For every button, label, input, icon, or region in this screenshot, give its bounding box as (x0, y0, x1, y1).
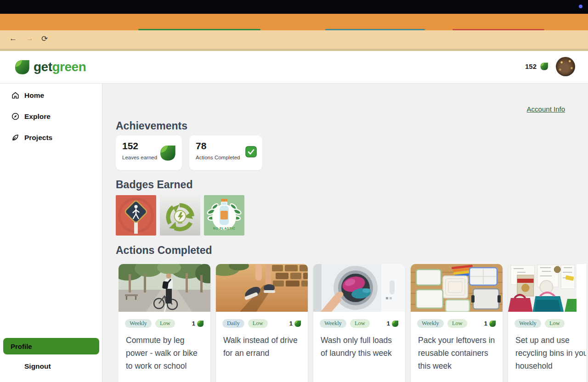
action-card-title: Commute by leg power - walk or bike to w… (126, 334, 203, 372)
profile-page: Account Info Achievements 152 Leaves ear… (103, 84, 588, 382)
card-leaf-count: 1 (484, 320, 496, 327)
card-meta-row: Weekly Low (514, 319, 586, 328)
stat-card-actions: 78 Actions Completed (189, 135, 262, 170)
frequency-pill: Weekly (320, 319, 346, 328)
action-card-walk[interactable]: Daily Low 1 Walk instead of drive for an… (216, 264, 308, 382)
site-header: getgreen 152 (0, 51, 588, 84)
actions-title: Actions Completed (116, 244, 212, 257)
leaf-count: 152 (525, 62, 548, 71)
frequency-pill: Weekly (125, 319, 152, 328)
badges-title: Badges Earned (116, 179, 192, 191)
leaf-count-value: 1 (484, 320, 487, 327)
leaf-icon (159, 144, 176, 162)
sidebar-item-label: Projects (24, 134, 52, 142)
sidebar-item-home[interactable]: Home (11, 91, 44, 100)
impact-pill: Low (248, 319, 268, 328)
leaf-icon (489, 320, 496, 327)
recycling-energy-badge (160, 195, 200, 236)
action-card-title: Set up and use recycling bins in your ho… (515, 334, 586, 372)
macos-menu-bar (0, 0, 588, 14)
sidebar-item-signout[interactable]: Signout (11, 362, 51, 371)
browser-tab-strip: P H Physics Comp Sci Math ESS P IE P R C… (0, 14, 588, 30)
sidebar-item-label: Explore (24, 112, 51, 121)
leaf-icon (294, 320, 301, 327)
action-card-title: Wash only full loads of laundry this wee… (321, 334, 398, 360)
sidebar-item-label: Home (24, 91, 44, 100)
home-icon (11, 91, 20, 100)
check-icon (245, 146, 257, 157)
frequency-pill: Weekly (417, 319, 444, 328)
frequency-pill: Weekly (514, 319, 541, 328)
reload-icon[interactable]: ⟳ (41, 34, 48, 44)
logo-wordmark: getgreen (34, 60, 86, 74)
badge-caption: NO PLASTIC (213, 227, 235, 230)
app-body: Home Explore Projects Profile Signout Ac… (0, 84, 588, 382)
card-meta-row: Weekly Low 1 (320, 319, 399, 328)
sidebar-profile-label: Profile (11, 343, 32, 350)
sidebar-signout-label: Signout (24, 362, 51, 371)
leaf-icon (391, 320, 399, 327)
card-meta-row: Daily Low 1 (222, 319, 301, 328)
frequency-pill: Daily (222, 319, 244, 328)
action-card-title: Walk instead of drive for an errand (223, 334, 300, 360)
leaf-outline-icon (11, 133, 20, 142)
laundry-photo (313, 264, 405, 312)
stat-label: Actions Completed (196, 155, 240, 160)
logo-green: green (52, 60, 86, 74)
user-avatar[interactable] (556, 57, 575, 76)
menubar-status-dot (579, 5, 582, 8)
sidebar-item-projects[interactable]: Projects (11, 133, 52, 142)
stat-card-leaves: 152 Leaves earned (116, 135, 182, 170)
stat-value: 78 (196, 140, 206, 152)
card-leaf-count: 1 (192, 320, 204, 327)
impact-pill: Low (545, 319, 565, 328)
forward-icon[interactable]: → (26, 34, 34, 43)
impact-pill: Low (447, 319, 467, 328)
action-card-title: Pack your leftovers in reusable containe… (418, 334, 495, 372)
containers-photo (411, 264, 503, 312)
action-card-recycling[interactable]: Weekly Low Set up and use recycling bins… (508, 264, 586, 382)
leaf-count-value: 1 (192, 320, 195, 327)
action-card-laundry[interactable]: Weekly Low 1 Wash only full loads of lau… (313, 264, 405, 382)
sidebar-item-profile-active[interactable]: Profile (3, 338, 99, 354)
account-info-link[interactable]: Account Info (527, 105, 565, 113)
compass-icon (11, 112, 20, 121)
leaf-icon (197, 320, 204, 327)
actions-carousel[interactable]: Weekly Low 1 Commute by leg power - walk… (119, 264, 586, 382)
leaf-count-value: 1 (289, 320, 293, 327)
pedestrian-crossing-badge (116, 195, 156, 236)
leaf-count-value: 1 (387, 320, 390, 327)
sidebar: Home Explore Projects Profile Signout (0, 84, 102, 382)
impact-pill: Low (350, 319, 370, 328)
walking-photo (216, 264, 308, 312)
recycling-photo (508, 264, 577, 312)
leaf-icon (540, 62, 548, 71)
card-meta-row: Weekly Low 1 (417, 319, 496, 328)
getgreen-logo[interactable]: getgreen (14, 59, 86, 75)
card-meta-row: Weekly Low 1 (125, 319, 204, 328)
action-card-commute[interactable]: Weekly Low 1 Commute by leg power - walk… (119, 264, 210, 382)
achievements-title: Achievements (116, 120, 187, 132)
leaf-count-value: 152 (525, 62, 537, 70)
stat-value: 152 (122, 140, 138, 152)
browser-toolbar: ← → ⟳ desktop.getgreen.eco/#/profile ☆ ✳… (0, 30, 588, 49)
commute-photo (119, 264, 210, 312)
signout-icon (11, 362, 20, 371)
stat-label: Leaves earned (122, 155, 157, 160)
back-icon[interactable]: ← (9, 34, 17, 43)
card-leaf-count: 1 (289, 320, 301, 327)
action-card-containers[interactable]: Weekly Low 1 Pack your leftovers in reus… (411, 264, 503, 382)
leaf-logo-icon (14, 59, 30, 75)
sidebar-item-explore[interactable]: Explore (11, 112, 51, 121)
logo-get: get (34, 60, 52, 74)
impact-pill: Low (155, 319, 175, 328)
card-leaf-count: 1 (387, 320, 399, 327)
no-plastic-badge: NO PLASTIC (204, 195, 244, 236)
